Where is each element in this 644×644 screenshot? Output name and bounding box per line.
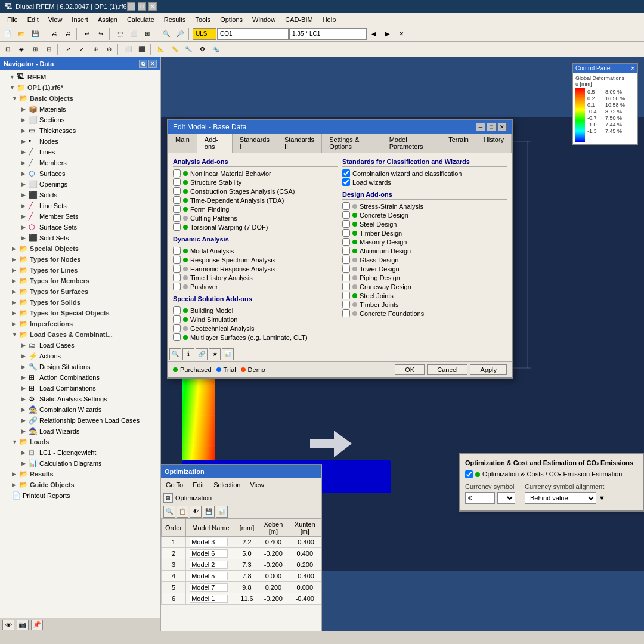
checkbox-torsional[interactable] xyxy=(173,223,181,231)
result-close-btn[interactable]: ✕ xyxy=(395,27,408,41)
table-btn4[interactable]: 💾 xyxy=(203,506,215,518)
tree-load-wizards[interactable]: ▶ 🧙 Load Wizards xyxy=(0,426,160,436)
tb2-btn8[interactable]: ⊖ xyxy=(103,43,116,56)
currency-input[interactable] xyxy=(465,492,495,504)
tree-load-cases-comb[interactable]: ▼ 📂 Load Cases & Combinati... xyxy=(0,329,160,340)
menu-item-window[interactable]: Window xyxy=(247,15,280,24)
checkbox-concrete-foundations[interactable] xyxy=(342,309,350,317)
tree-action-combinations[interactable]: ▶ ⊞ Action Combinations xyxy=(0,372,160,383)
checkbox-form-finding[interactable] xyxy=(173,205,181,213)
tree-solids[interactable]: ▶ ⬛ Solids xyxy=(0,190,160,200)
basic-toggle[interactable]: ▼ xyxy=(12,95,19,101)
modal-info-btn[interactable]: ℹ xyxy=(182,348,194,360)
nav-camera-btn[interactable]: 📷 xyxy=(17,620,29,630)
tb2-btn7[interactable]: ⊕ xyxy=(89,43,102,56)
save-btn[interactable]: 💾 xyxy=(29,27,42,41)
tree-load-combinations[interactable]: ▶ ⊞ Load Combinations xyxy=(0,383,160,394)
table-btn5[interactable]: 📊 xyxy=(216,506,228,518)
modal-tab-settings-&-options[interactable]: Settings & Options xyxy=(322,134,382,153)
tree-rfem[interactable]: ▼ 🏗 RFEM xyxy=(0,72,160,82)
opt-menu-item-view[interactable]: View xyxy=(247,481,267,489)
checkbox-combination-wizard[interactable] xyxy=(342,169,350,177)
checkbox-geotechnical[interactable] xyxy=(173,324,181,332)
checkbox-aluminum-design[interactable] xyxy=(342,247,350,255)
opt-menu-item-selection[interactable]: Selection xyxy=(211,481,243,489)
table-row[interactable]: 2 5.0 -0.200 0.400 xyxy=(162,548,321,559)
menu-item-cad-bim[interactable]: CAD-BIM xyxy=(280,15,317,24)
tb2-btn10[interactable]: ⬛ xyxy=(135,43,148,56)
modal-tab-main[interactable]: Main xyxy=(168,134,197,153)
checkbox-stress-strain[interactable] xyxy=(342,202,350,210)
redo-btn[interactable]: ↪ xyxy=(94,27,107,41)
ok-button[interactable]: OK xyxy=(395,364,425,375)
tree-types-lines[interactable]: ▶ 📂 Types for Lines xyxy=(0,265,160,275)
checkbox-multilayer[interactable] xyxy=(173,333,181,341)
checkbox-structure-stability[interactable] xyxy=(173,178,181,186)
tree-sections[interactable]: ▶ ⬜ Sections xyxy=(0,114,160,125)
tree-calc-diagrams[interactable]: ▶ 📊 Calculation Diagrams xyxy=(0,458,160,469)
checkbox-building-model[interactable] xyxy=(173,306,181,314)
checkbox-csa[interactable] xyxy=(173,187,181,195)
tree-design-situations[interactable]: ▶ 🔧 Design Situations xyxy=(0,361,160,372)
zoom-btn[interactable]: 🔍 xyxy=(160,27,173,41)
tb2-btn1[interactable]: ⊡ xyxy=(1,43,14,56)
select3-btn[interactable]: ⊞ xyxy=(141,27,154,41)
nav-eye-btn[interactable]: 👁 xyxy=(2,620,14,630)
nav-pin-btn[interactable]: 📌 xyxy=(31,620,43,630)
tree-thicknesses[interactable]: ▶ ▭ Thicknesses xyxy=(0,125,160,136)
table-btn1[interactable]: 🔍 xyxy=(163,506,175,518)
co-combo[interactable] xyxy=(217,28,289,40)
tb2-btn2[interactable]: ◈ xyxy=(15,43,28,56)
tree-load-cases[interactable]: ▶ 🗂 Load Cases xyxy=(0,340,160,351)
menu-item-results[interactable]: Results xyxy=(159,15,191,24)
tree-basic-objects[interactable]: ▼ 📂 Basic Objects xyxy=(0,93,160,104)
currency-alignment-select[interactable]: Behind value Before value xyxy=(525,492,596,504)
opt-menu-item-go-to[interactable]: Go To xyxy=(163,481,185,489)
tree-surfaces[interactable]: ▶ ⬡ Surfaces xyxy=(0,168,160,179)
menu-item-help[interactable]: Help xyxy=(318,15,341,24)
tree-openings[interactable]: ▶ ⬜ Openings xyxy=(0,179,160,190)
checkbox-nonlinear[interactable] xyxy=(173,169,181,177)
checkbox-tda[interactable] xyxy=(173,196,181,204)
tree-types-surfaces[interactable]: ▶ 📂 Types for Surfaces xyxy=(0,286,160,297)
table-btn3[interactable]: 👁 xyxy=(190,506,202,518)
modal-star-btn[interactable]: ★ xyxy=(209,348,221,360)
menu-item-insert[interactable]: Insert xyxy=(67,15,93,24)
next-btn[interactable]: ▶ xyxy=(381,27,394,41)
tb2-btn14[interactable]: ⚙ xyxy=(196,43,209,56)
checkbox-craneway-design[interactable] xyxy=(342,283,350,290)
tb2-btn15[interactable]: 🔩 xyxy=(209,43,222,56)
checkbox-timber-design[interactable] xyxy=(342,229,350,237)
checkbox-time-history[interactable] xyxy=(173,274,181,281)
cancel-button[interactable]: Cancel xyxy=(427,364,467,375)
tree-static-analysis[interactable]: ▶ ⚙ Static Analysis Settings xyxy=(0,394,160,404)
tree-types-special[interactable]: ▶ 📂 Types for Special Objects xyxy=(0,308,160,318)
menu-item-edit[interactable]: Edit xyxy=(23,15,44,24)
open-btn[interactable]: 📂 xyxy=(15,27,28,41)
checkbox-steel-joints[interactable] xyxy=(342,292,350,299)
modal-tab-history[interactable]: History xyxy=(476,134,512,153)
checkbox-glass-design[interactable] xyxy=(342,256,350,264)
tree-surface-sets[interactable]: ▶ ⬡ Surface Sets xyxy=(0,222,160,233)
tree-relationship[interactable]: ▶ 🔗 Relationship Between Load Cases xyxy=(0,415,160,426)
uls-combo[interactable] xyxy=(193,28,216,40)
tree-loads[interactable]: ▼ 📂 Loads xyxy=(0,436,160,447)
tree-materials[interactable]: ▶ 📦 Materials xyxy=(0,104,160,114)
nav-close-btn[interactable]: ✕ xyxy=(148,60,157,68)
tree-lc1[interactable]: ▶ ⊟ LC1 - Eigengewicht xyxy=(0,447,160,458)
checkbox-concrete-design[interactable] xyxy=(342,211,350,219)
tree-line-sets[interactable]: ▶ ╱ Line Sets xyxy=(0,200,160,211)
tree-special-objects[interactable]: ▶ 📂 Special Objects xyxy=(0,243,160,254)
checkbox-masonry-design[interactable] xyxy=(342,238,350,246)
table-row[interactable]: 1 2.2 0.400 -0.400 xyxy=(162,537,321,548)
zoom2-btn[interactable]: 🔎 xyxy=(174,27,187,41)
checkbox-response-spectrum[interactable] xyxy=(173,256,181,264)
lc-combo[interactable] xyxy=(289,28,367,40)
tree-members[interactable]: ▶ ╱ Members xyxy=(0,157,160,168)
tree-types-solids[interactable]: ▶ 📂 Types for Solids xyxy=(0,297,160,308)
checkbox-harmonic[interactable] xyxy=(173,265,181,273)
modal-tab-standards-i[interactable]: Standards I xyxy=(233,134,277,153)
new-btn[interactable]: 📄 xyxy=(1,27,14,41)
checkbox-piping-design[interactable] xyxy=(342,274,350,281)
modal-chart-btn[interactable]: 📊 xyxy=(222,348,234,360)
